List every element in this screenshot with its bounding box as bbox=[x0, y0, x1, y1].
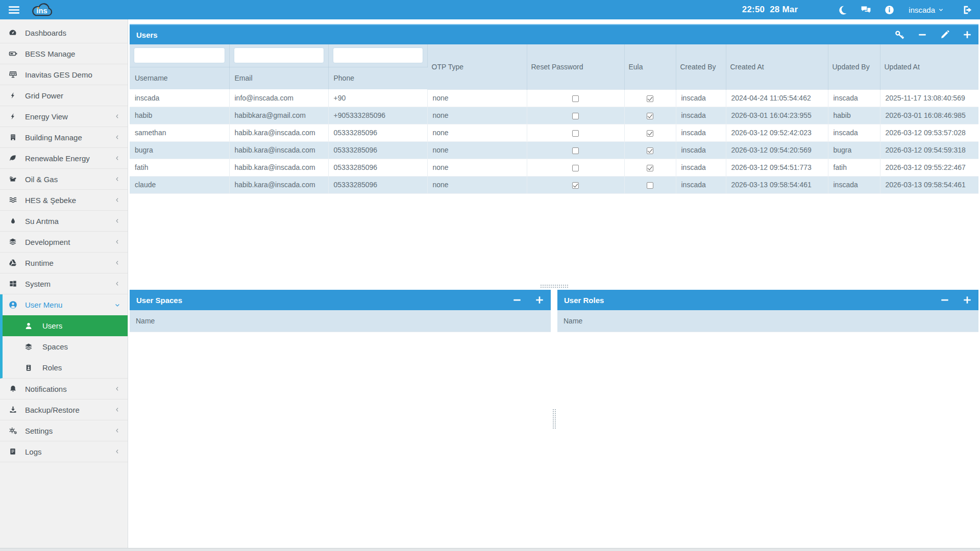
sidebar-item-backup-restore[interactable]: Backup/Restore bbox=[0, 399, 128, 420]
cell-reset-password bbox=[527, 176, 624, 193]
plus-icon[interactable] bbox=[535, 295, 544, 305]
pencil-icon[interactable] bbox=[940, 30, 949, 39]
sidebar-item-label: Notifications bbox=[25, 385, 67, 393]
bottom-scrollbar-track[interactable] bbox=[0, 548, 980, 551]
users-panel: Users bbox=[130, 24, 978, 282]
chevron-left-icon bbox=[114, 197, 120, 203]
minus-icon[interactable] bbox=[512, 295, 522, 305]
eula-checkbox bbox=[647, 113, 653, 119]
chevron-left-icon bbox=[114, 407, 120, 413]
table-row[interactable]: inscada info@inscada.com +90 none inscad… bbox=[130, 89, 978, 107]
reset-password-checkbox bbox=[572, 165, 579, 171]
inscada-logo: ins bbox=[29, 1, 55, 18]
sidebar-item-grid-power[interactable]: Grid Power bbox=[0, 85, 128, 106]
sidebar-item-oil-gas[interactable]: Oil & Gas bbox=[0, 169, 128, 190]
sidebar-item-runtime[interactable]: Runtime bbox=[0, 253, 128, 273]
sidebar-item-bess-manage[interactable]: BESS Manage bbox=[0, 43, 128, 64]
column-header-created-at[interactable]: Created At bbox=[726, 44, 828, 89]
cell-email: habib.kara@inscada.com bbox=[229, 159, 328, 176]
column-header-eula[interactable]: Eula bbox=[624, 44, 676, 89]
column-header-created-by[interactable]: Created By bbox=[676, 44, 726, 89]
cell-created-by: inscada bbox=[676, 107, 726, 124]
user-roles-header: User Roles bbox=[557, 290, 978, 310]
sidebar-item-label: Development bbox=[25, 238, 70, 246]
sidebar-item-development[interactable]: Development bbox=[0, 232, 128, 253]
gears-icon bbox=[7, 427, 18, 435]
splitter-grip-vertical[interactable] bbox=[552, 409, 556, 429]
column-header-otp-type[interactable]: OTP Type bbox=[427, 44, 527, 89]
column-header-phone[interactable]: Phone bbox=[328, 67, 427, 89]
minus-icon[interactable] bbox=[940, 295, 949, 305]
cell-created-by: inscada bbox=[676, 176, 726, 193]
layers-icon bbox=[23, 343, 34, 351]
reset-password-checkbox bbox=[572, 95, 579, 102]
cell-username: inscada bbox=[130, 89, 229, 107]
minus-icon[interactable] bbox=[918, 30, 927, 39]
cell-otp-type: none bbox=[427, 107, 527, 124]
phone-filter-cell bbox=[328, 44, 427, 67]
sidebar-item-settings[interactable]: Settings bbox=[0, 420, 128, 441]
cell-updated-at: 2025-11-17 13:08:40:569 bbox=[880, 89, 978, 107]
chat-icon[interactable] bbox=[861, 5, 871, 15]
plus-icon[interactable] bbox=[963, 30, 972, 39]
user-roles-name-column-header[interactable]: Name bbox=[557, 310, 978, 332]
column-header-updated-at[interactable]: Updated At bbox=[880, 44, 978, 89]
sidebar-item-dashboards[interactable]: Dashboards bbox=[0, 22, 128, 43]
column-header-reset-password[interactable]: Reset Password bbox=[527, 44, 624, 89]
vertical-splitter bbox=[551, 290, 557, 548]
user-icon bbox=[23, 322, 34, 330]
sidebar-item-users[interactable]: Users bbox=[3, 315, 128, 336]
sidebar-item-su-aritma[interactable]: Su Arıtma bbox=[0, 211, 128, 232]
sidebar-item-spaces[interactable]: Spaces bbox=[3, 336, 128, 357]
sidebar-item-logs[interactable]: Logs bbox=[0, 441, 128, 462]
sidebar-item-inavitas-ges-demo[interactable]: Inavitas GES Demo bbox=[0, 64, 128, 85]
info-icon[interactable] bbox=[885, 5, 894, 15]
table-row[interactable]: fatih habib.kara@inscada.com 05333285096… bbox=[130, 159, 978, 176]
sidebar-item-label: Settings bbox=[25, 427, 53, 435]
table-row[interactable]: samethan habib.kara@inscada.com 05333285… bbox=[130, 124, 978, 141]
cell-username: samethan bbox=[130, 124, 229, 141]
sidebar-item-building-manage[interactable]: Building Manage bbox=[0, 127, 128, 148]
sidebar-item-user-menu[interactable]: User Menu bbox=[3, 294, 128, 315]
hamburger-menu-icon[interactable] bbox=[5, 0, 22, 19]
sidebar-item-renewable-energy[interactable]: Renewable Energy bbox=[0, 148, 128, 169]
sidebar-item-system[interactable]: System bbox=[0, 273, 128, 294]
plus-icon[interactable] bbox=[963, 295, 972, 305]
cell-otp-type: none bbox=[427, 176, 527, 193]
sidebar-item-energy-view[interactable]: Energy View bbox=[0, 106, 128, 127]
cell-created-by: inscada bbox=[676, 124, 726, 141]
chevron-down-icon bbox=[114, 302, 120, 308]
logout-icon[interactable] bbox=[962, 5, 973, 15]
email-filter-input[interactable] bbox=[234, 47, 324, 63]
key-icon[interactable] bbox=[895, 30, 904, 40]
moon-icon[interactable] bbox=[838, 5, 847, 15]
drive-icon bbox=[7, 259, 18, 267]
table-row[interactable]: claude habib.kara@inscada.com 0533328509… bbox=[130, 176, 978, 193]
email-filter-cell bbox=[229, 44, 328, 67]
username-filter-input[interactable] bbox=[134, 47, 225, 63]
user-circle-icon bbox=[7, 300, 18, 309]
phone-filter-input[interactable] bbox=[333, 47, 423, 63]
splitter-grip-horizontal[interactable] bbox=[540, 284, 569, 288]
clock: 22:50 28 Mar bbox=[742, 5, 798, 15]
sidebar-item-label: Spaces bbox=[42, 342, 68, 351]
sidebar-item-roles[interactable]: Roles bbox=[3, 357, 128, 378]
sidebar-item-notifications[interactable]: Notifications bbox=[0, 379, 128, 399]
column-header-email[interactable]: Email bbox=[229, 67, 328, 89]
table-row[interactable]: habib habibkara@gmail.com +905333285096 … bbox=[130, 107, 978, 124]
cell-updated-at: 2026-03-12 09:53:57:028 bbox=[880, 124, 978, 141]
user-dropdown[interactable]: inscada bbox=[909, 6, 944, 14]
eula-checkbox bbox=[647, 147, 653, 154]
cell-updated-by: habib bbox=[828, 107, 880, 124]
column-header-updated-by[interactable]: Updated By bbox=[828, 44, 880, 89]
table-row[interactable]: bugra habib.kara@inscada.com 05333285096… bbox=[130, 141, 978, 159]
chevron-left-icon bbox=[114, 260, 120, 266]
cell-created-by: inscada bbox=[676, 141, 726, 159]
battery-icon bbox=[7, 49, 18, 58]
sidebar-item-label: Su Arıtma bbox=[25, 217, 59, 226]
user-spaces-name-column-header[interactable]: Name bbox=[130, 310, 551, 332]
gauge-icon bbox=[7, 29, 18, 37]
column-header-username[interactable]: Username bbox=[130, 67, 229, 89]
sidebar-item-hes-sebeke[interactable]: HES & Şebeke bbox=[0, 190, 128, 211]
cell-email: info@inscada.com bbox=[229, 89, 328, 107]
